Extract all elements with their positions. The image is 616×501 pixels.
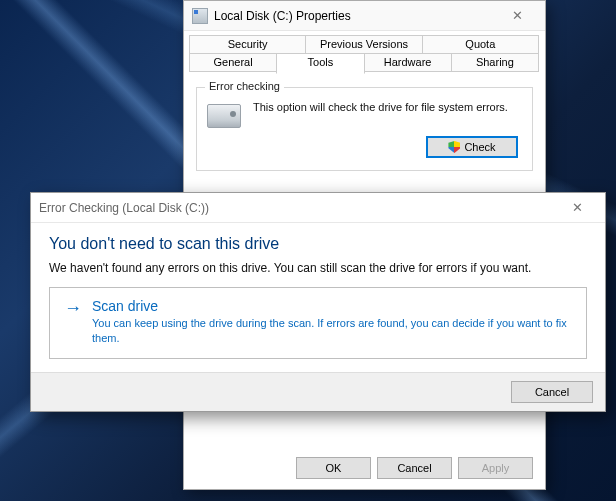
dialog-body: You don't need to scan this drive We hav… [31, 223, 605, 372]
dialog-cancel-button[interactable]: Cancel [511, 381, 593, 403]
scan-drive-description: You can keep using the drive during the … [92, 316, 572, 346]
dialog-subtext: We haven't found any errors on this driv… [49, 261, 587, 275]
error-checking-group: Error checking This option will check th… [196, 87, 533, 171]
close-icon[interactable]: ✕ [555, 194, 599, 222]
tab-general[interactable]: General [189, 53, 277, 72]
tab-hardware[interactable]: Hardware [364, 53, 452, 72]
uac-shield-icon [448, 141, 460, 153]
cancel-button[interactable]: Cancel [377, 457, 452, 479]
tab-strip: Security Previous Versions Quota General… [190, 35, 539, 75]
arrow-right-icon: → [64, 299, 82, 317]
drive-icon [192, 8, 208, 24]
properties-titlebar[interactable]: Local Disk (C:) Properties ✕ [184, 1, 545, 31]
hard-drive-icon [207, 104, 241, 128]
tab-quota[interactable]: Quota [422, 35, 539, 54]
close-icon[interactable]: ✕ [495, 2, 539, 30]
dialog-title: Error Checking (Local Disk (C:)) [39, 201, 555, 215]
error-checking-description: This option will check the drive for fil… [253, 100, 508, 114]
scan-drive-action[interactable]: → Scan drive You can keep using the driv… [49, 287, 587, 359]
tab-previous-versions[interactable]: Previous Versions [305, 35, 422, 54]
tab-tools[interactable]: Tools [276, 53, 364, 74]
properties-button-row: OK Cancel Apply [296, 457, 533, 479]
dialog-headline: You don't need to scan this drive [49, 235, 587, 253]
error-checking-legend: Error checking [205, 80, 284, 92]
scan-drive-content: Scan drive You can keep using the drive … [92, 298, 572, 346]
tab-security[interactable]: Security [189, 35, 306, 54]
scan-drive-title: Scan drive [92, 298, 572, 314]
error-checking-dialog: Error Checking (Local Disk (C:)) ✕ You d… [30, 192, 606, 412]
dialog-footer: Cancel [31, 372, 605, 411]
dialog-titlebar[interactable]: Error Checking (Local Disk (C:)) ✕ [31, 193, 605, 223]
tab-sharing[interactable]: Sharing [451, 53, 539, 72]
apply-button[interactable]: Apply [458, 457, 533, 479]
ok-button[interactable]: OK [296, 457, 371, 479]
properties-title: Local Disk (C:) Properties [214, 9, 495, 23]
check-button[interactable]: Check [426, 136, 518, 158]
